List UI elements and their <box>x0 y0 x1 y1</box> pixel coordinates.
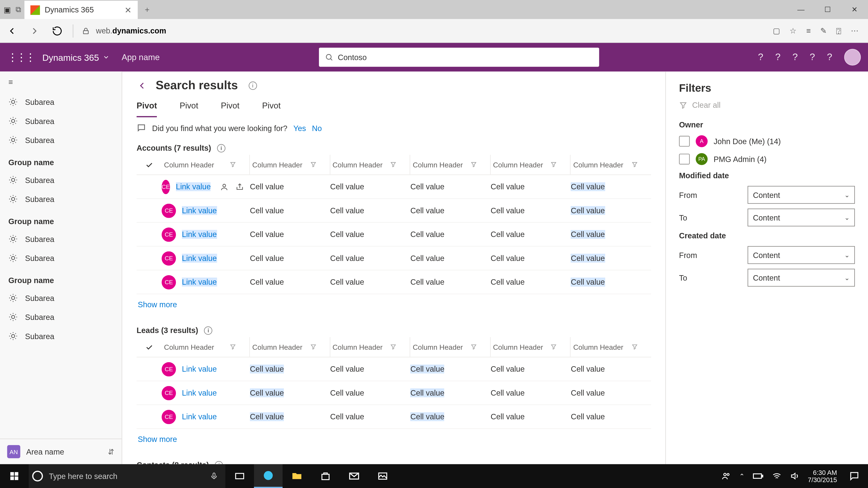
reading-view-icon[interactable]: ▢ <box>773 26 780 35</box>
forward-button[interactable] <box>27 24 41 38</box>
column-header[interactable]: Column Header <box>491 155 571 175</box>
record-link[interactable]: Link value <box>182 206 217 215</box>
filter-icon[interactable] <box>550 162 557 168</box>
taskbar-app-store[interactable] <box>311 464 340 488</box>
sidebar-item[interactable]: Subarea <box>0 249 122 267</box>
checkbox[interactable] <box>679 154 690 164</box>
record-link[interactable]: Link value <box>182 412 217 421</box>
table-row[interactable]: CE Link value Cell valueCell valueCell v… <box>136 175 651 199</box>
created-from-dropdown[interactable]: Content⌄ <box>747 246 855 264</box>
help-icon[interactable]: ? <box>827 52 832 62</box>
taskbar-app-explorer[interactable] <box>283 464 311 488</box>
taskbar-clock[interactable]: 6:30 AM 7/30/2015 <box>808 469 837 483</box>
clear-filters-button[interactable]: Clear all <box>679 101 855 110</box>
record-link[interactable]: Link value <box>176 182 211 191</box>
table-row[interactable]: CE Link value Cell valueCell valueCell v… <box>136 199 651 223</box>
filter-icon[interactable] <box>230 162 236 168</box>
record-link[interactable]: Link value <box>182 230 217 239</box>
column-header[interactable]: Column Header <box>410 337 491 357</box>
app-launcher-icon[interactable]: ⋮⋮⋮ <box>7 51 34 64</box>
sidebar-item[interactable]: Subarea <box>0 170 122 189</box>
filter-icon[interactable] <box>631 344 638 350</box>
column-header[interactable]: Column Header <box>250 155 330 175</box>
column-header[interactable]: Column Header <box>250 337 330 357</box>
area-switcher[interactable]: AN Area name ⇵ <box>0 438 122 464</box>
filter-icon[interactable] <box>310 162 316 168</box>
help-icon[interactable]: ? <box>793 52 798 62</box>
window-minimize-button[interactable]: ― <box>787 0 814 19</box>
page-back-button[interactable] <box>136 80 147 91</box>
pivot-tab[interactable]: Pivot <box>221 97 239 118</box>
record-link[interactable]: Link value <box>182 365 217 374</box>
taskbar-app-edge[interactable] <box>254 464 283 488</box>
window-close-button[interactable]: ✕ <box>841 0 868 19</box>
sidebar-item[interactable]: Subarea <box>0 307 122 326</box>
action-center-icon[interactable] <box>845 467 863 485</box>
taskview-button[interactable] <box>225 464 254 488</box>
sidebar-item[interactable]: Subarea <box>0 326 122 346</box>
filter-icon[interactable] <box>631 162 638 168</box>
brand-label[interactable]: Dynamics 365 <box>42 52 110 62</box>
window-maximize-button[interactable]: ☐ <box>814 0 841 19</box>
global-search-input[interactable]: Contoso <box>319 48 599 67</box>
info-icon[interactable]: i <box>217 144 225 152</box>
owner-filter-row[interactable]: A John Doe (Me) (14) <box>679 135 855 147</box>
column-header[interactable]: Column Header <box>571 337 651 357</box>
column-header[interactable]: Column Header <box>162 155 250 175</box>
user-avatar[interactable] <box>844 49 861 66</box>
share-icon[interactable]: ⍰ <box>836 26 841 35</box>
filter-icon[interactable] <box>230 344 236 350</box>
wifi-icon[interactable] <box>772 471 782 481</box>
column-header[interactable]: Column Header <box>162 337 250 357</box>
column-header[interactable]: Column Header <box>330 155 410 175</box>
record-link[interactable]: Link value <box>182 254 217 263</box>
share-icon[interactable] <box>236 183 244 191</box>
sidebar-item[interactable]: Subarea <box>0 131 122 150</box>
select-all-checkbox[interactable] <box>136 161 162 169</box>
browser-tab-active[interactable]: Dynamics 365 ✕ <box>24 0 138 19</box>
column-header[interactable]: Column Header <box>410 155 491 175</box>
table-row[interactable]: CE Link value Cell valueCell valueCell v… <box>136 381 651 405</box>
filter-icon[interactable] <box>550 344 557 350</box>
back-button[interactable] <box>5 24 19 38</box>
refresh-button[interactable] <box>50 24 64 38</box>
new-tab-button[interactable]: ＋ <box>138 0 157 19</box>
favorite-icon[interactable]: ☆ <box>789 26 797 35</box>
modified-to-dropdown[interactable]: Content⌄ <box>747 208 855 226</box>
table-row[interactable]: CE Link value Cell valueCell valueCell v… <box>136 247 651 270</box>
help-icon[interactable]: ? <box>775 52 780 62</box>
modified-from-dropdown[interactable]: Content⌄ <box>747 186 855 204</box>
mic-icon[interactable] <box>210 472 218 480</box>
feedback-no-link[interactable]: No <box>312 124 322 133</box>
help-icon[interactable]: ? <box>810 52 815 62</box>
table-row[interactable]: CE Link value Cell valueCell valueCell v… <box>136 405 651 429</box>
record-link[interactable]: Link value <box>182 389 217 398</box>
info-icon[interactable]: i <box>204 326 213 335</box>
info-icon[interactable]: i <box>215 461 223 464</box>
battery-icon[interactable] <box>753 473 764 480</box>
table-row[interactable]: CE Link value Cell valueCell valueCell v… <box>136 357 651 381</box>
taskbar-app-photos[interactable] <box>368 464 397 488</box>
taskview-icon[interactable]: ▣ <box>4 5 11 14</box>
sidebar-item[interactable]: Subarea <box>0 288 122 307</box>
show-more-link[interactable]: Show more <box>136 294 177 322</box>
record-link[interactable]: Link value <box>182 278 217 287</box>
sidebar-item[interactable]: Subarea <box>0 92 122 111</box>
sidebar-item[interactable]: Subarea <box>0 229 122 248</box>
people-icon[interactable] <box>721 471 731 481</box>
filter-icon[interactable] <box>310 344 316 350</box>
sidebar-item[interactable]: Subarea <box>0 190 122 208</box>
filter-icon[interactable] <box>470 162 477 168</box>
pivot-tab[interactable]: Pivot <box>180 97 198 118</box>
close-tab-icon[interactable]: ✕ <box>125 5 132 14</box>
table-row[interactable]: CE Link value Cell valueCell valueCell v… <box>136 270 651 294</box>
created-to-dropdown[interactable]: Content⌄ <box>747 269 855 287</box>
start-button[interactable] <box>0 471 29 481</box>
url-field[interactable]: web.dynamics.com <box>82 26 765 35</box>
pivot-tab[interactable]: Pivot <box>136 97 157 118</box>
taskbar-app-mail[interactable] <box>340 464 368 488</box>
assign-icon[interactable] <box>220 183 228 191</box>
checkbox[interactable] <box>679 136 690 147</box>
show-more-link[interactable]: Show more <box>136 429 177 457</box>
sidebar-collapse-button[interactable]: ≡ <box>0 71 122 92</box>
